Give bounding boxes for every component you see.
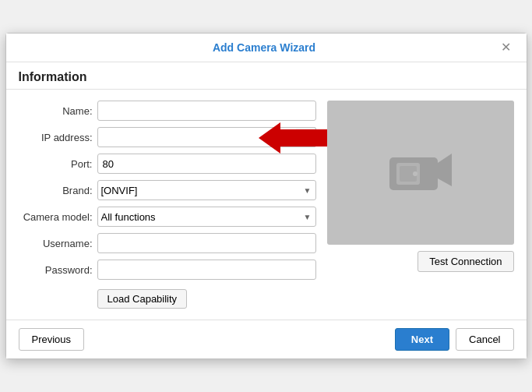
camera-preview-area: Test Connection xyxy=(327,101,514,309)
port-row: Port: xyxy=(19,154,316,174)
svg-point-3 xyxy=(413,171,417,176)
dialog-body: Information Name: IP address: 🔍 xyxy=(6,62,527,320)
ip-input[interactable] xyxy=(97,127,316,147)
name-row: Name: xyxy=(19,101,316,121)
section-header: Information xyxy=(6,62,527,90)
camera-icon xyxy=(386,146,456,200)
svg-marker-4 xyxy=(438,154,452,186)
username-row: Username: xyxy=(19,233,316,253)
password-input[interactable] xyxy=(97,260,316,280)
username-label: Username: xyxy=(19,238,93,249)
username-input[interactable] xyxy=(97,233,316,253)
previous-button[interactable]: Previous xyxy=(19,328,85,351)
form-area: Name: IP address: 🔍 Port: xyxy=(6,90,527,320)
name-label: Name: xyxy=(19,105,93,117)
cancel-button[interactable]: Cancel xyxy=(456,328,513,351)
close-button[interactable]: ✕ xyxy=(496,40,516,55)
search-icon: 🔍 xyxy=(300,132,312,143)
ip-row: IP address: 🔍 xyxy=(19,127,316,147)
brand-row: Brand: [ONVIF] Axis Bosch Dahua Hikvisio… xyxy=(19,180,316,200)
ip-wrapper: 🔍 xyxy=(97,127,316,147)
dialog-titlebar: Add Camera Wizard ✕ xyxy=(6,34,527,62)
password-row: Password: xyxy=(19,260,316,280)
camera-preview xyxy=(327,101,514,245)
ip-label: IP address: xyxy=(19,132,93,143)
form-fields: Name: IP address: 🔍 Port: xyxy=(19,101,316,309)
add-camera-dialog: Add Camera Wizard ✕ Information Name: IP… xyxy=(5,33,527,359)
load-capability-button[interactable]: Load Capability xyxy=(97,289,188,309)
dialog-footer: Previous Next Cancel xyxy=(6,320,527,358)
model-select[interactable]: All functions Fixed PTZ xyxy=(97,207,316,227)
password-label: Password: xyxy=(19,264,93,276)
name-input[interactable] xyxy=(97,101,316,121)
port-input[interactable] xyxy=(97,154,316,174)
dialog-title: Add Camera Wizard xyxy=(33,41,496,54)
model-row: Camera model: All functions Fixed PTZ ▼ xyxy=(19,207,316,227)
footer-right: Next Cancel xyxy=(395,328,514,351)
footer-left: Previous xyxy=(19,328,85,351)
port-label: Port: xyxy=(19,158,93,170)
section-title: Information xyxy=(19,70,87,83)
test-connection-button[interactable]: Test Connection xyxy=(417,251,513,272)
brand-label: Brand: xyxy=(19,185,93,196)
brand-select-wrapper: [ONVIF] Axis Bosch Dahua Hikvision Sony … xyxy=(97,180,316,200)
brand-select[interactable]: [ONVIF] Axis Bosch Dahua Hikvision Sony xyxy=(97,180,316,200)
ip-search-button[interactable]: 🔍 xyxy=(296,127,316,147)
model-select-wrapper: All functions Fixed PTZ ▼ xyxy=(97,207,316,227)
model-label: Camera model: xyxy=(19,211,93,223)
next-button[interactable]: Next xyxy=(395,328,449,351)
